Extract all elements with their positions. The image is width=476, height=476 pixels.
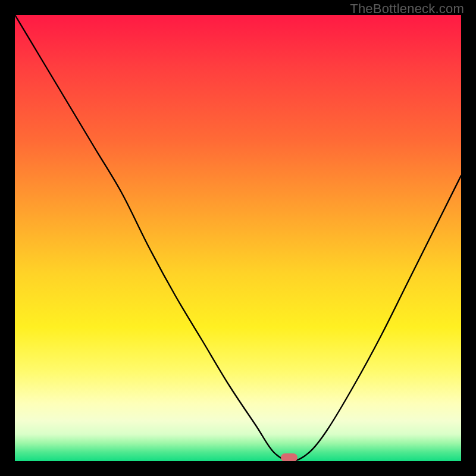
plot-area [15,15,461,461]
chart-frame: TheBottleneck.com [0,0,476,476]
optimal-marker-icon [281,453,298,461]
bottleneck-curve [15,15,461,461]
